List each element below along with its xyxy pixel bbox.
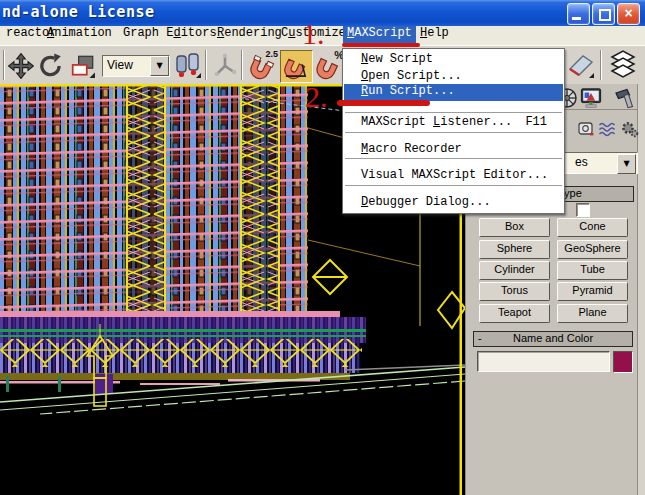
keyboard-override-icon[interactable] — [566, 50, 596, 80]
name-and-color-rollout-header[interactable]: - Name and Color — [473, 331, 633, 347]
manipulate-icon[interactable] — [212, 53, 238, 79]
layers-icon[interactable] — [606, 49, 640, 81]
restore-button[interactable] — [592, 3, 615, 25]
annotation-underline-maxscript — [342, 43, 420, 47]
space-warps-icon[interactable] — [598, 120, 616, 138]
autogrid-checkbox[interactable] — [576, 203, 590, 217]
select-and-move-icon[interactable] — [8, 53, 34, 79]
minimize-icon — [572, 17, 581, 20]
utilities-tab-icon[interactable] — [614, 87, 636, 109]
pyramid-button[interactable]: Pyramid — [557, 282, 628, 301]
collapse-icon: - — [478, 332, 482, 345]
select-and-scale-icon[interactable] — [70, 53, 96, 79]
angle-snap-toggle-button[interactable] — [280, 50, 313, 83]
window-title: nd-alone License — [2, 3, 155, 21]
maxscript-menu: New Script Open Script... Run Script... … — [342, 48, 565, 214]
menu-item-open-script[interactable]: Open Script... — [344, 69, 563, 84]
chevron-down-icon[interactable]: ▼ — [617, 154, 636, 174]
close-icon: × — [624, 5, 632, 21]
teapot-button[interactable]: Teapot — [479, 304, 550, 323]
close-button[interactable]: × — [617, 3, 640, 25]
menu-separator — [345, 185, 562, 187]
systems-icon[interactable] — [621, 120, 639, 138]
cylinder-button[interactable]: Cylinder — [479, 261, 550, 280]
menu-separator — [345, 132, 562, 134]
menu-item-debugger-dialog[interactable]: Debugger Dialog... — [344, 195, 563, 210]
annotation-underline-run-script — [337, 100, 430, 106]
object-name-input[interactable] — [477, 351, 610, 372]
sphere-button[interactable]: Sphere — [479, 240, 550, 259]
menu-rendering[interactable]: Rendering — [213, 26, 286, 45]
menu-help[interactable]: Help — [416, 26, 453, 45]
snap-25-label: 2.5 — [265, 49, 278, 59]
panel-scrollbar[interactable] — [637, 84, 645, 495]
menu-item-maxscript-listener[interactable]: MAXScript Listener... F11 — [344, 115, 563, 130]
menu-item-label: MAXScript Listener... — [361, 115, 512, 129]
menu-item-new-script[interactable]: New Script — [344, 52, 563, 67]
minimize-button[interactable] — [567, 3, 590, 25]
toolbar-separator — [241, 50, 243, 80]
angle-snap-magnet-icon — [281, 51, 310, 80]
toolbar-separator — [3, 50, 5, 80]
application-window: nd-alone License × reactor Animation Gra… — [0, 0, 645, 495]
reference-coordinate-value: View — [103, 56, 150, 76]
name-and-color-title: Name and Color — [513, 332, 593, 344]
menu-item-macro-recorder[interactable]: Macro Recorder — [344, 142, 563, 157]
menu-item-run-script[interactable]: Run Script... — [344, 84, 563, 101]
window-controls: × — [567, 3, 640, 25]
toolbar-separator — [205, 50, 207, 80]
menu-animation[interactable]: Animation — [43, 26, 116, 45]
cone-button[interactable]: Cone — [557, 218, 628, 237]
display-tab-icon[interactable] — [580, 87, 602, 109]
mirror-icon[interactable] — [174, 53, 202, 79]
chevron-down-icon[interactable]: ▼ — [150, 56, 169, 76]
helpers-icon[interactable] — [577, 120, 595, 138]
menu-separator — [345, 112, 562, 114]
object-color-swatch[interactable] — [613, 351, 633, 373]
menu-separator — [345, 158, 562, 160]
percent-snap-toggle-button[interactable]: % — [313, 50, 344, 81]
torus-button[interactable]: Torus — [479, 282, 550, 301]
snap-toggle-25-button[interactable]: 2.5 — [247, 50, 278, 81]
annotation-step-2: 2. — [305, 80, 328, 114]
restore-icon — [599, 9, 611, 21]
box-button[interactable]: Box — [479, 218, 550, 237]
menu-item-visual-maxscript-editor[interactable]: Visual MAXScript Editor... — [344, 168, 563, 183]
menu-graph-editors[interactable]: Graph Editors — [119, 26, 221, 45]
object-category-value: es — [575, 155, 588, 169]
plane-button[interactable]: Plane — [557, 304, 628, 323]
shortcut-label: F11 — [525, 115, 547, 130]
geosphere-button[interactable]: GeoSphere — [557, 240, 628, 259]
annotation-step-1: 1. — [302, 17, 325, 51]
tube-button[interactable]: Tube — [557, 261, 628, 280]
select-and-rotate-icon[interactable] — [38, 53, 64, 79]
toolbar-separator — [600, 50, 602, 80]
reference-coordinate-select[interactable]: View ▼ — [102, 55, 170, 77]
